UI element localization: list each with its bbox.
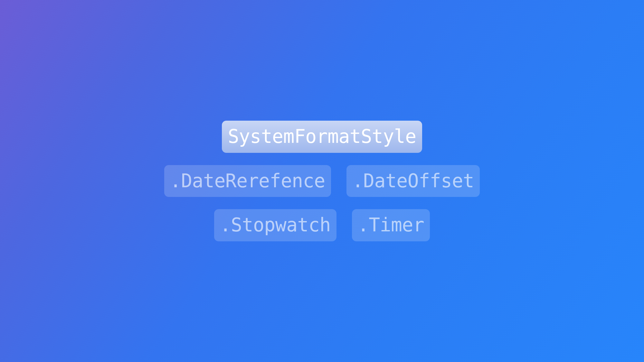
- parent-row: SystemFormatStyle: [222, 121, 422, 153]
- pill-date-offset: .DateOffset: [346, 165, 480, 197]
- pill-date-reference: .DateRerefence: [164, 165, 331, 197]
- pill-timer: .Timer: [352, 209, 430, 241]
- children-row-2: .Stopwatch .Timer: [214, 209, 430, 241]
- pill-system-format-style: SystemFormatStyle: [222, 121, 422, 153]
- children-row-1: .DateRerefence .DateOffset: [164, 165, 480, 197]
- pill-stopwatch: .Stopwatch: [214, 209, 336, 241]
- format-style-diagram: SystemFormatStyle .DateRerefence .DateOf…: [164, 121, 480, 241]
